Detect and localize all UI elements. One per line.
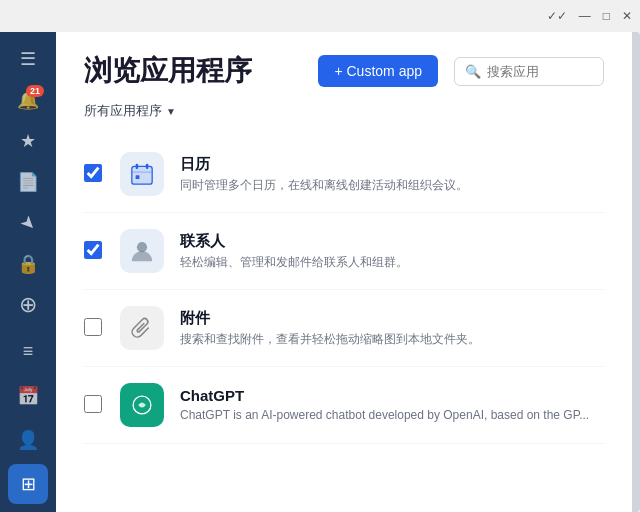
titlebar: ✓✓ — □ ✕: [0, 0, 640, 32]
app-checkbox[interactable]: [84, 395, 102, 413]
app-checkbox[interactable]: [84, 164, 102, 182]
app-checkbox-wrap[interactable]: [84, 164, 104, 184]
app-name: 附件: [180, 309, 604, 328]
sidebar-item-favorites[interactable]: ★: [8, 122, 48, 159]
calendar-sidebar-icon: 📅: [17, 385, 39, 407]
svg-rect-3: [146, 164, 149, 169]
page-title: 浏览应用程序: [84, 52, 302, 90]
svg-point-6: [137, 242, 147, 252]
lock-icon: 🔒: [17, 253, 39, 275]
app-list: 日历 同时管理多个日历，在线和离线创建活动和组织会议。 联系人 轻松编辑、管理和…: [56, 136, 632, 512]
app-name: 联系人: [180, 232, 604, 251]
filter-label-text: 所有应用程序: [84, 102, 162, 120]
app-description: 搜索和查找附件，查看并轻松拖动缩略图到本地文件夹。: [180, 331, 604, 348]
sidebar-item-menu[interactable]: ☰: [8, 40, 48, 77]
app-info: 联系人 轻松编辑、管理和发邮件给联系人和组群。: [180, 232, 604, 271]
app-checkbox[interactable]: [84, 318, 102, 336]
app-info: 日历 同时管理多个日历，在线和离线创建活动和组织会议。: [180, 155, 604, 194]
app-checkbox[interactable]: [84, 241, 102, 259]
app-info: ChatGPT ChatGPT is an AI-powered chatbot…: [180, 387, 604, 424]
app-description: 同时管理多个日历，在线和离线创建活动和组织会议。: [180, 177, 604, 194]
chevron-down-icon: ▼: [166, 106, 176, 117]
sidebar-item-documents[interactable]: 📄: [8, 163, 48, 200]
app-icon: [120, 383, 164, 427]
svg-rect-5: [136, 175, 140, 179]
sidebar-item-notifications[interactable]: 🔔 21: [8, 81, 48, 118]
app-icon: [120, 306, 164, 350]
list-item: 日历 同时管理多个日历，在线和离线创建活动和组织会议。: [84, 136, 604, 213]
filter-label[interactable]: 所有应用程序 ▼: [84, 102, 176, 120]
sidebar-item-profile[interactable]: 👤: [8, 420, 48, 460]
menu-icon: ☰: [20, 48, 36, 70]
app-icon: [120, 152, 164, 196]
document-icon: 📄: [17, 171, 39, 193]
send-icon: ➤: [15, 210, 41, 236]
svg-rect-2: [136, 164, 139, 169]
minimize-button[interactable]: —: [579, 9, 591, 23]
app-checkbox-wrap[interactable]: [84, 395, 104, 415]
maximize-button[interactable]: □: [603, 9, 610, 23]
main-content: 浏览应用程序 + Custom app 🔍 所有应用程序 ▼ 日历 同时管理多个…: [56, 32, 632, 512]
app-description: ChatGPT is an AI-powered chatbot develop…: [180, 407, 604, 424]
list-icon: ≡: [23, 341, 34, 362]
resize-handle[interactable]: [632, 32, 640, 512]
app-container: ☰ 🔔 21 ★ 📄 ➤ 🔒 ⊕ ≡ 📅: [0, 32, 640, 512]
star-icon: ★: [20, 130, 36, 152]
app-info: 附件 搜索和查找附件，查看并轻松拖动缩略图到本地文件夹。: [180, 309, 604, 348]
sidebar-item-send[interactable]: ➤: [8, 205, 48, 242]
svg-rect-4: [132, 171, 152, 172]
notification-badge: 21: [26, 85, 44, 97]
custom-app-button[interactable]: + Custom app: [318, 55, 438, 87]
sidebar-item-list[interactable]: ≡: [8, 332, 48, 372]
app-checkbox-wrap[interactable]: [84, 318, 104, 338]
app-description: 轻松编辑、管理和发邮件给联系人和组群。: [180, 254, 604, 271]
grid-icon: ⊞: [21, 473, 36, 495]
app-checkbox-wrap[interactable]: [84, 241, 104, 261]
search-box: 🔍: [454, 57, 604, 86]
list-item: 附件 搜索和查找附件，查看并轻松拖动缩略图到本地文件夹。: [84, 290, 604, 367]
close-button[interactable]: ✕: [622, 9, 632, 23]
list-item: ChatGPT ChatGPT is an AI-powered chatbot…: [84, 367, 604, 444]
search-icon: 🔍: [465, 64, 481, 79]
profile-icon: 👤: [17, 429, 39, 451]
sidebar: ☰ 🔔 21 ★ 📄 ➤ 🔒 ⊕ ≡ 📅: [0, 32, 56, 512]
app-name: 日历: [180, 155, 604, 174]
filter-row: 所有应用程序 ▼: [56, 102, 632, 136]
sidebar-item-grid[interactable]: ⊞: [8, 464, 48, 504]
list-item: 联系人 轻松编辑、管理和发邮件给联系人和组群。: [84, 213, 604, 290]
add-icon: ⊕: [19, 292, 37, 318]
app-name: ChatGPT: [180, 387, 604, 404]
sidebar-item-calendar[interactable]: 📅: [8, 376, 48, 416]
sidebar-item-lock[interactable]: 🔒: [8, 246, 48, 283]
app-icon: [120, 229, 164, 273]
search-input[interactable]: [487, 64, 597, 79]
svg-rect-0: [132, 166, 152, 184]
content-header: 浏览应用程序 + Custom app 🔍: [56, 32, 632, 102]
double-check-icon: ✓✓: [547, 9, 567, 23]
sidebar-item-add[interactable]: ⊕: [8, 287, 48, 324]
